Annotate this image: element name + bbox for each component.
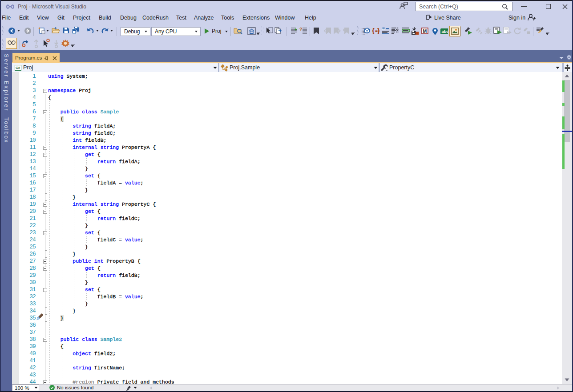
svg-text:abc: abc (442, 29, 448, 34)
svg-text:}: } (377, 27, 380, 34)
svg-text:?: ? (299, 27, 302, 32)
svg-text:{: { (372, 27, 375, 34)
svg-text:M: M (423, 28, 427, 34)
